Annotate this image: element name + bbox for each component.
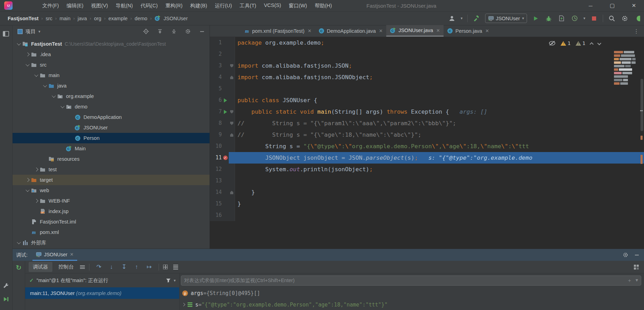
thread-dropdown-icon[interactable]: ▾: [174, 278, 176, 283]
tree-arrow[interactable]: [34, 74, 39, 77]
tree-item-demoapplication[interactable]: CDemoApplication: [13, 112, 210, 122]
close-session-icon[interactable]: ✕: [70, 252, 74, 257]
tree-item-resources[interactable]: resources: [13, 154, 210, 164]
maximize-icon[interactable]: ▢: [609, 2, 615, 9]
menu-item-7[interactable]: 运行(U): [211, 1, 236, 10]
stack-frame-row[interactable]: main:11, JSONUser (org.example.demo): [25, 287, 179, 299]
tree-item-person[interactable]: CPerson: [13, 133, 210, 143]
close-icon[interactable]: ✕: [631, 2, 637, 9]
fold-marker-icon[interactable]: [229, 60, 235, 71]
tab-pom.xml--fastjsontest-[interactable]: mpom.xml (FastjsonTest)✕: [241, 25, 315, 37]
tree-item-fastjsontest[interactable]: FastjsonTestC:\Users\Star\Desktop\java_c…: [13, 39, 210, 49]
code-line-8[interactable]: 8// String s = "{\"param1\":\"aaa\",\"pa…: [210, 118, 644, 129]
warning-badge[interactable]: !1: [561, 40, 570, 46]
tree-item-jsonuser[interactable]: CJSONUser: [13, 122, 210, 133]
build-hammer-icon[interactable]: [472, 14, 481, 23]
fold-marker-icon[interactable]: [229, 118, 235, 129]
prev-problem-icon[interactable]: [590, 42, 593, 46]
fold-marker-icon[interactable]: [229, 187, 235, 198]
editor-scrollbar[interactable]: [641, 79, 643, 131]
menu-item-11[interactable]: 帮助(H): [311, 1, 336, 10]
breadcrumb-item-java[interactable]: java: [76, 15, 88, 22]
force-step-into-icon[interactable]: ↧: [119, 263, 129, 271]
tree-item-src[interactable]: src: [13, 60, 210, 70]
expand-all-icon[interactable]: [156, 27, 164, 36]
breadcrumb-item-src[interactable]: src: [44, 15, 54, 22]
breadcrumb-item-fastjsontest[interactable]: FastjsonTest: [6, 15, 40, 22]
panel-settings-icon[interactable]: [184, 27, 192, 36]
menu-item-1[interactable]: 编辑(E): [63, 1, 87, 10]
breadcrumb-item-example[interactable]: example: [107, 15, 129, 22]
breadcrumb-item-demo[interactable]: demo: [133, 15, 149, 22]
code-line-13[interactable]: 13: [210, 175, 644, 187]
tree-item-java[interactable]: java: [13, 81, 210, 91]
tree-arrow[interactable]: [42, 84, 48, 87]
code-line-5[interactable]: 5: [210, 83, 644, 94]
code-line-15[interactable]: 15}: [210, 198, 644, 210]
menu-item-10[interactable]: 窗口(W): [285, 1, 311, 10]
run-to-cursor-icon[interactable]: ↦: [144, 263, 154, 271]
tree-item-target[interactable]: target: [13, 175, 210, 185]
rerun-icon[interactable]: ↻: [16, 264, 22, 272]
wrench-icon[interactable]: [2, 282, 9, 289]
add-watch-icon[interactable]: ＋: [627, 277, 632, 284]
evaluate-input[interactable]: 对表达式求值(Enter)或添加监视(Ctrl+Shift+Enter) ＋ ▾: [181, 275, 641, 286]
minimize-icon[interactable]: ─: [587, 3, 594, 9]
stop-icon[interactable]: [590, 14, 598, 23]
thread-selector[interactable]: ✓ "main"@1 在组"main": 正在运行 ▾: [25, 273, 179, 287]
user-dropdown-icon[interactable]: ▾: [461, 16, 463, 21]
code-line-3[interactable]: 3import com.alibaba.fastjson.JSON;: [210, 60, 644, 71]
tree-item-index.jsp[interactable]: JSPindex.jsp: [13, 206, 210, 217]
menu-item-3[interactable]: 导航(N): [112, 1, 137, 10]
tree-arrow[interactable]: [25, 189, 30, 192]
tree-item-fastjsontest.iml[interactable]: FastjsonTest.iml: [13, 217, 210, 227]
step-out-icon[interactable]: ↑: [131, 264, 142, 271]
profiler-clock-icon[interactable]: [570, 14, 579, 23]
debug-icon[interactable]: [544, 14, 553, 23]
tab-demoapplication.java[interactable]: CDemoApplication.java✕: [315, 25, 386, 37]
code-line-2[interactable]: 2: [210, 48, 644, 60]
breadcrumb-item-main[interactable]: main: [58, 15, 72, 22]
tab-person.java[interactable]: CPerson.java✕: [444, 25, 492, 37]
code-line-6[interactable]: 6public class JSONUser {: [210, 94, 644, 106]
debug-session-tab[interactable]: JSONUser ✕: [32, 249, 77, 261]
run-line-icon[interactable]: [222, 106, 229, 118]
profiler-attach-icon[interactable]: [557, 14, 566, 23]
menu-item-6[interactable]: 构建(B): [186, 1, 211, 10]
code-line-14[interactable]: 14 }: [210, 187, 644, 198]
project-toolwindow-icon[interactable]: [2, 30, 9, 37]
hide-debug-panel-icon[interactable]: [635, 253, 639, 257]
code-line-16[interactable]: 16: [210, 210, 644, 221]
tab-debugger[interactable]: 调试器: [29, 262, 52, 272]
menu-item-4[interactable]: 代码(C): [137, 1, 161, 10]
code-line-4[interactable]: 4import com.alibaba.fastjson.JSONObject;: [210, 71, 644, 83]
tab-close-icon[interactable]: ✕: [379, 28, 383, 33]
menu-item-2[interactable]: 视图(V): [87, 1, 112, 10]
menu-item-5[interactable]: 重构(R): [161, 1, 186, 10]
code-line-12[interactable]: 12 System.out.println(jsonObject);: [210, 164, 644, 175]
hide-panel-icon[interactable]: [198, 27, 206, 36]
weak-warning-badge[interactable]: !1: [576, 40, 585, 46]
error-stripe[interactable]: [639, 37, 644, 249]
view-breakpoints-icon[interactable]: [163, 265, 168, 269]
settings-gear-icon[interactable]: [621, 14, 629, 23]
tree-item-.idea[interactable]: .idea: [13, 49, 210, 60]
code-line-9[interactable]: 9// String s = "{\"age\":18,\"name\":\"a…: [210, 129, 644, 141]
tree-item-web-inf[interactable]: WEB-INF: [13, 196, 210, 206]
code-line-11[interactable]: 11✓ JSONObject jsonObject = JSON.parseOb…: [210, 152, 644, 164]
menu-item-0[interactable]: 文件(F): [38, 1, 63, 10]
code-minimap[interactable]: [614, 51, 639, 85]
codewithme-icon[interactable]: [634, 14, 642, 23]
tree-arrow[interactable]: [51, 95, 57, 98]
tree-item-web[interactable]: web: [13, 185, 210, 196]
tab-console[interactable]: 控制台: [54, 262, 78, 272]
user-icon[interactable]: [448, 14, 456, 23]
breadcrumb-item-jsonuser[interactable]: JSONUser: [162, 15, 189, 22]
fold-marker-icon[interactable]: [229, 106, 235, 118]
step-over-icon[interactable]: ↷: [94, 263, 104, 271]
tab-close-icon[interactable]: ✕: [485, 28, 489, 33]
breakpoint-icon[interactable]: ✓: [222, 152, 229, 164]
collapse-all-icon[interactable]: [170, 27, 178, 36]
menu-item-8[interactable]: 工具(T): [236, 1, 260, 10]
tree-item-pom.xml[interactable]: mpom.xml: [13, 227, 210, 237]
